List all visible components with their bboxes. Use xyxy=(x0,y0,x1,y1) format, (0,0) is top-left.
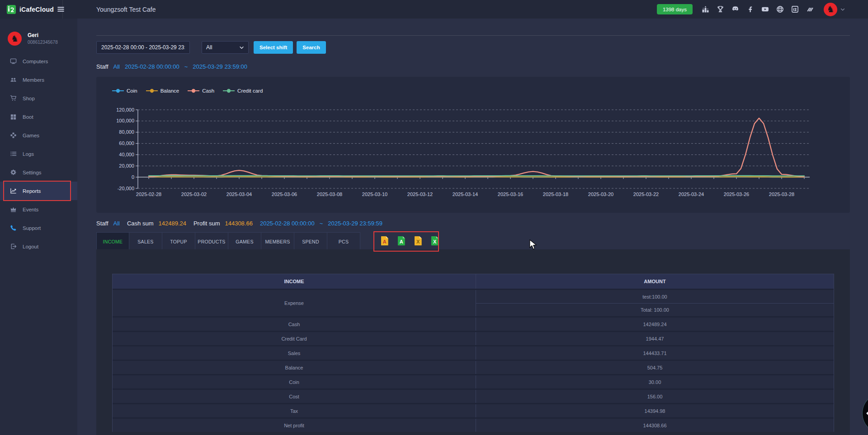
trophy-icon[interactable] xyxy=(717,5,724,13)
avatar[interactable]: ♞ xyxy=(824,3,837,16)
chart-panel: CoinBalanceCashCredit card -20,000020,00… xyxy=(96,77,850,213)
sidebar-item-reports[interactable]: Reports xyxy=(0,182,77,200)
support-icon xyxy=(10,225,17,231)
sidebar-item-events[interactable]: Events xyxy=(0,200,77,219)
staff-select[interactable]: All xyxy=(202,41,249,54)
sidebar-item-boot[interactable]: Boot xyxy=(0,108,77,126)
sidebar-item-label: Reports xyxy=(23,188,41,194)
events-icon xyxy=(10,206,17,213)
sidebar-item-support[interactable]: Support xyxy=(0,219,77,237)
income-label-cell: Credit Card xyxy=(113,332,476,345)
date-to: 2025-03-29 23:59:00 xyxy=(193,63,247,70)
sidebar-item-label: Logout xyxy=(23,244,38,249)
games-icon xyxy=(10,132,17,139)
staff-label: Staff xyxy=(96,63,108,70)
staff-label: Staff xyxy=(96,220,108,227)
topbar: iCafeCloud Youngzsoft Test Cafe 1398 day… xyxy=(0,0,868,19)
sidebar-item-settings[interactable]: Settings xyxy=(0,163,77,182)
amount-cell: 144433.71 xyxy=(476,346,834,360)
sidebar-item-logout[interactable]: Logout xyxy=(0,237,77,256)
date-from: 2025-02-28 00:00:00 xyxy=(260,220,315,227)
globe-icon[interactable] xyxy=(776,5,784,13)
sidebar-item-label: Shop xyxy=(23,96,35,101)
tab-pcs[interactable]: PCS xyxy=(327,232,360,251)
layers-icon[interactable] xyxy=(806,5,814,13)
svg-text:120,000: 120,000 xyxy=(116,107,134,112)
income-label-cell: Sales xyxy=(113,346,476,360)
svg-text:2025-03-20: 2025-03-20 xyxy=(588,192,613,197)
svg-text:2025-02-28: 2025-02-28 xyxy=(136,192,161,197)
legend-label: Balance xyxy=(160,88,179,94)
select-shift-button[interactable]: Select shift xyxy=(254,41,293,54)
hamburger-menu-icon[interactable] xyxy=(57,5,65,13)
amount-cell: 14394.98 xyxy=(476,404,834,417)
date-range-input[interactable] xyxy=(96,41,190,54)
main-content: All Select shift Search Staff All 2025-0… xyxy=(77,19,868,435)
sidebar-item-games[interactable]: Games xyxy=(0,126,77,145)
svg-text:2025-03-28: 2025-03-28 xyxy=(769,192,794,197)
sidebar-item-label: Members xyxy=(23,77,44,83)
income-table: INCOMEAMOUNTExpensetest:100.00Total: 100… xyxy=(112,274,834,432)
table-row: Sales144433.71 xyxy=(113,345,834,360)
tab-games[interactable]: GAMES xyxy=(228,232,261,251)
svg-text:2025-03-24: 2025-03-24 xyxy=(679,192,704,197)
table-row: Net profit144308.66 xyxy=(113,417,834,432)
days-badge[interactable]: 1398 days xyxy=(657,4,693,14)
income-label-cell: Coin xyxy=(113,375,476,388)
export-pdf-green-icon[interactable]: A xyxy=(397,236,406,246)
tab-spend[interactable]: SPEND xyxy=(294,232,327,251)
tab-topup[interactable]: TOPUP xyxy=(162,232,195,251)
sidebar-item-shop[interactable]: Shop xyxy=(0,89,77,108)
youtube-icon[interactable] xyxy=(761,5,769,13)
export-excel-green-icon[interactable]: X xyxy=(430,236,439,246)
amount-cell: 144308.66 xyxy=(476,419,834,432)
date-to: 2025-03-29 23:59:59 xyxy=(328,220,382,227)
sidebar-item-label: Games xyxy=(23,133,39,138)
sidebar-item-computers[interactable]: Computers xyxy=(0,52,77,70)
staff-filter-summary: Staff All 2025-02-28 00:00:00 ~ 2025-03-… xyxy=(96,63,247,70)
tab-sales[interactable]: SALES xyxy=(129,232,162,251)
facebook-icon[interactable] xyxy=(746,5,754,13)
svg-text:2025-03-22: 2025-03-22 xyxy=(633,192,659,197)
user-name: Geri xyxy=(28,32,58,38)
staff-value[interactable]: All xyxy=(113,220,120,227)
icafecloud-icon[interactable] xyxy=(791,5,799,13)
legend-item-credit-card[interactable]: Credit card xyxy=(222,88,263,94)
members-icon xyxy=(10,76,17,83)
amount-cell: 142489.24 xyxy=(476,318,834,331)
report-tabs-row: INCOMESALESTOPUPPRODUCTSGAMESMEMBERSSPEN… xyxy=(96,232,850,252)
export-buttons: AAXX xyxy=(380,236,439,246)
staff-value[interactable]: All xyxy=(113,63,120,70)
tab-members[interactable]: MEMBERS xyxy=(261,232,294,251)
income-label-cell: Balance xyxy=(113,361,476,374)
legend-label: Credit card xyxy=(237,88,263,94)
table-header-row: INCOMEAMOUNT xyxy=(113,274,834,289)
income-label-cell: Cost xyxy=(113,390,476,403)
discord-icon[interactable] xyxy=(731,5,739,13)
export-pdf-yellow-icon[interactable]: A xyxy=(380,236,389,246)
svg-text:0: 0 xyxy=(132,174,134,180)
svg-text:2025-03-04: 2025-03-04 xyxy=(226,192,252,197)
tab-products[interactable]: PRODUCTS xyxy=(195,232,228,251)
tab-income[interactable]: INCOME xyxy=(96,232,129,251)
sidebar-item-logs[interactable]: Logs xyxy=(0,145,77,163)
logout-icon xyxy=(10,243,17,250)
cash-sum-value: 142489.24 xyxy=(159,220,186,227)
report-tabs: INCOMESALESTOPUPPRODUCTSGAMESMEMBERSSPEN… xyxy=(96,232,850,251)
legend-item-cash[interactable]: Cash xyxy=(187,88,214,94)
sidebar-item-members[interactable]: Members xyxy=(0,70,77,89)
tilde: ~ xyxy=(184,63,188,70)
legend-item-balance[interactable]: Balance xyxy=(146,88,179,94)
column-header-amount: AMOUNT xyxy=(476,274,834,289)
chevron-down-icon[interactable] xyxy=(840,7,845,12)
icafecloud-logo-icon xyxy=(6,5,16,14)
search-button[interactable]: Search xyxy=(297,41,326,54)
export-excel-yellow-icon[interactable]: X xyxy=(414,236,423,246)
income-label-cell: Net profit xyxy=(113,419,476,432)
svg-text:2025-03-02: 2025-03-02 xyxy=(181,192,207,197)
svg-text:2025-03-26: 2025-03-26 xyxy=(724,192,749,197)
svg-text:2025-03-08: 2025-03-08 xyxy=(317,192,342,197)
legend-item-coin[interactable]: Coin xyxy=(112,88,137,94)
brand[interactable]: iCafeCloud xyxy=(0,0,63,19)
ranking-icon[interactable] xyxy=(702,5,709,13)
